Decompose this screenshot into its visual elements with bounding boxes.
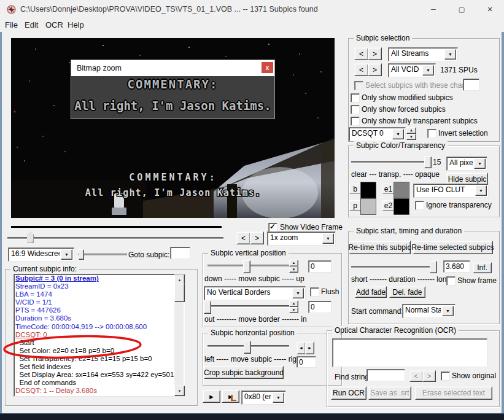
border-move-slider-track[interactable] bbox=[207, 305, 289, 308]
maximize-button[interactable]: ▢ bbox=[448, 0, 476, 18]
dropdown-arrow-icon[interactable]: ▼ bbox=[273, 392, 284, 403]
menu-ocr[interactable]: OCR bbox=[45, 20, 63, 29]
seek-slider-thumb[interactable] bbox=[27, 231, 34, 243]
subpic-info-list[interactable]: Subpic# = 3 (0 in stream)StreamID = 0x23… bbox=[14, 274, 185, 397]
border-move-input[interactable]: 0 bbox=[308, 301, 331, 313]
subpic-info-line[interactable]: End of commands bbox=[14, 379, 185, 387]
next-subpic-button[interactable]: > bbox=[250, 231, 264, 244]
seek-slider-track[interactable] bbox=[7, 237, 223, 239]
subpic-info-line[interactable]: Set Display Area: sx=164 ex=553 sy=422 e… bbox=[14, 371, 185, 379]
transparency-slider-thumb[interactable] bbox=[424, 157, 432, 168]
play-button[interactable]: ► bbox=[203, 390, 220, 403]
dcsqt-spinner[interactable]: ▲ ▼ bbox=[406, 127, 416, 140]
dropdown-arrow-icon[interactable]: ▼ bbox=[61, 249, 72, 260]
find-string-input[interactable] bbox=[366, 369, 405, 381]
dropdown-arrow-icon[interactable]: ▼ bbox=[474, 158, 486, 169]
goto-slider-thumb[interactable] bbox=[79, 249, 84, 260]
dropdown-arrow-icon[interactable]: ▼ bbox=[442, 306, 454, 316]
goto-slider-track[interactable] bbox=[78, 254, 127, 256]
prev-vcid-button[interactable]: < bbox=[354, 63, 368, 76]
subpic-info-line[interactable]: StreamID = 0x23 bbox=[14, 282, 185, 290]
aspect-ratio-select[interactable]: 16:9 Widescreen ▼ bbox=[8, 247, 74, 262]
select-chars-input[interactable] bbox=[463, 79, 479, 91]
vertical-move-input[interactable]: 0 bbox=[308, 260, 331, 273]
bitmap-zoom-titlebar[interactable]: Bitmap zoom x bbox=[71, 60, 274, 76]
border-move-slider-thumb[interactable] bbox=[204, 301, 211, 314]
crop-subpic-background-button[interactable]: Crop subpic background bbox=[204, 366, 284, 379]
play-to-button[interactable]: ► bbox=[222, 390, 239, 403]
subpic-info-line[interactable]: DCSQT: 1 -- Delay 3.680s bbox=[14, 387, 185, 395]
clut-select[interactable]: Use IFO CLUT ▼ bbox=[413, 184, 489, 198]
subpic-info-line[interactable]: LBA = 1474 bbox=[14, 290, 185, 298]
scroll-down-icon[interactable]: ▼ bbox=[174, 386, 185, 396]
subpic-info-line[interactable]: Start bbox=[14, 339, 185, 347]
subpic-info-line[interactable]: Set field indexes bbox=[14, 363, 185, 371]
pixels-select[interactable]: All pixels ▼ bbox=[446, 157, 487, 171]
subpic-info-line[interactable]: DCSQT: 0 bbox=[14, 331, 185, 339]
subpic-info-line[interactable]: PTS = 447626 bbox=[14, 306, 185, 314]
only-forced-checkbox[interactable] bbox=[351, 105, 360, 114]
start-command-select[interactable]: Normal Start ▼ bbox=[402, 304, 456, 318]
ocr-text-area[interactable] bbox=[332, 338, 487, 367]
vertical-move-spinner[interactable]: ▲ ▼ bbox=[289, 260, 298, 273]
title-bar[interactable]: C:\Users\Donnje\Desktop\PROVA\VIDEO_TS\V… bbox=[0, 0, 504, 18]
duration-slider-thumb[interactable] bbox=[430, 261, 437, 273]
subpic-info-line[interactable]: Set Color: e2=0 e1=8 p=9 b=0 bbox=[14, 347, 185, 355]
dropdown-arrow-icon[interactable]: ▼ bbox=[292, 288, 304, 298]
vertical-borders-select[interactable]: No Vertical Borders ▼ bbox=[204, 286, 306, 300]
close-button[interactable]: ✕ bbox=[476, 0, 504, 18]
e2-color-swatch[interactable] bbox=[394, 198, 409, 215]
menu-help[interactable]: Help bbox=[68, 20, 84, 29]
dropdown-arrow-icon[interactable]: ▼ bbox=[444, 49, 456, 60]
border-move-spinner[interactable]: ▲ ▼ bbox=[289, 300, 298, 313]
horizontal-move-slider-thumb[interactable] bbox=[244, 341, 251, 354]
vcid-select[interactable]: All VCID ▼ bbox=[388, 63, 436, 77]
nudge-right-button[interactable]: ► bbox=[305, 341, 314, 354]
stream-language-select[interactable]: 0x80 (en) ▼ bbox=[241, 391, 286, 405]
dropdown-arrow-icon[interactable]: ▼ bbox=[422, 65, 434, 76]
only-transparent-checkbox[interactable] bbox=[351, 117, 360, 126]
duration-slider-track[interactable] bbox=[351, 266, 437, 268]
dropdown-arrow-icon[interactable]: ▼ bbox=[322, 233, 334, 244]
prev-subpic-button[interactable]: < bbox=[236, 231, 250, 244]
show-video-frame-checkbox[interactable] bbox=[268, 223, 277, 232]
dropdown-arrow-icon[interactable]: ▼ bbox=[392, 129, 404, 139]
retime-selected-subpics-button[interactable]: Re-time selected subpics bbox=[413, 241, 493, 254]
subpic-info-line[interactable]: V/CID = 1/1 bbox=[14, 298, 185, 306]
retime-this-subpic-button[interactable]: Re-time this subpic bbox=[349, 241, 411, 254]
p-color-swatch[interactable] bbox=[360, 198, 376, 215]
next-stream-button[interactable]: > bbox=[368, 47, 382, 60]
horizontal-move-input[interactable]: 0 bbox=[297, 356, 316, 368]
b-color-swatch[interactable] bbox=[360, 182, 376, 198]
dcsqt-select[interactable]: DCSQT 0 ▼ bbox=[349, 127, 406, 141]
prev-stream-button[interactable]: < bbox=[354, 47, 368, 60]
spin-up-icon[interactable]: ▲ bbox=[289, 260, 298, 266]
duration-input[interactable]: 3.680 bbox=[443, 260, 470, 273]
dropdown-arrow-icon[interactable]: ▼ bbox=[475, 185, 487, 196]
menu-edit[interactable]: Edit bbox=[25, 20, 38, 29]
streams-select[interactable]: All Streams ▼ bbox=[388, 47, 458, 61]
zoom-select[interactable]: 1x zoom ▼ bbox=[267, 231, 336, 246]
spin-up-icon[interactable]: ▲ bbox=[406, 127, 416, 134]
scrollbar-thumb[interactable] bbox=[174, 284, 185, 302]
subpic-info-line[interactable]: Duration = 3.680s bbox=[14, 314, 185, 322]
invert-selection-checkbox[interactable] bbox=[427, 129, 436, 138]
only-modified-checkbox[interactable] bbox=[351, 93, 360, 103]
show-frame-checkbox[interactable] bbox=[446, 276, 456, 286]
subpic-info-scrollbar[interactable]: ▲ ▼ bbox=[174, 274, 184, 395]
show-original-checkbox[interactable] bbox=[441, 371, 450, 381]
subpic-info-line[interactable]: Set Transparency: e2=15 e1=15 p=15 b=0 bbox=[14, 355, 185, 363]
run-ocr-button[interactable]: Run OCR bbox=[331, 386, 366, 400]
transparency-slider-track[interactable] bbox=[351, 161, 431, 163]
e1-color-swatch[interactable] bbox=[394, 182, 409, 198]
goto-subpic-input[interactable] bbox=[170, 247, 190, 259]
spin-down-icon[interactable]: ▼ bbox=[289, 307, 298, 314]
infinite-duration-button[interactable]: Inf. bbox=[473, 262, 492, 273]
next-vcid-button[interactable]: > bbox=[368, 63, 382, 76]
del-fade-button[interactable]: Del. fade bbox=[389, 286, 425, 298]
spin-down-icon[interactable]: ▼ bbox=[289, 266, 298, 273]
ignore-transparency-checkbox[interactable] bbox=[415, 201, 424, 210]
menu-file[interactable]: File bbox=[5, 20, 18, 29]
flush-checkbox[interactable] bbox=[310, 287, 319, 297]
nudge-left-button[interactable]: ◄ bbox=[297, 341, 306, 354]
